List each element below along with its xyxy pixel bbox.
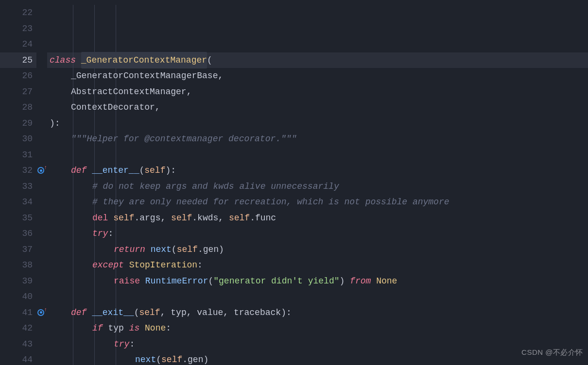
code-token: self (113, 210, 134, 226)
line-number[interactable]: 32 (0, 163, 36, 179)
line-number[interactable]: 44 (0, 352, 36, 365)
code-token: ( (208, 273, 213, 289)
line-number[interactable]: 27 (0, 84, 36, 100)
code-token: del (92, 210, 113, 226)
code-line[interactable]: _GeneratorContextManagerBase, (47, 68, 588, 84)
code-token: except (92, 257, 129, 273)
code-line[interactable] (47, 21, 588, 37)
code-token: : (286, 305, 292, 321)
watermark-text: CSDN @不必介怀 (521, 345, 583, 361)
code-token: ( (172, 242, 177, 258)
code-token: : (166, 320, 171, 336)
code-token: raise (114, 273, 145, 289)
code-line[interactable]: del self.args, self.kwds, self.func (47, 210, 588, 226)
code-token: . (134, 210, 139, 226)
line-number[interactable]: 40 (0, 289, 36, 305)
line-number[interactable]: 24 (0, 36, 36, 52)
code-line[interactable]: ): (47, 116, 588, 132)
code-line[interactable]: return next(self.gen) (47, 242, 588, 258)
code-token: AbstractContextManager (71, 84, 187, 100)
line-number[interactable]: 33 (0, 179, 36, 195)
code-token: : (197, 257, 203, 273)
code-token: ( (156, 352, 161, 365)
code-line[interactable]: class _GeneratorContextManager( (47, 52, 588, 68)
line-number[interactable]: 34 (0, 194, 36, 210)
line-number[interactable]: 30 (0, 131, 36, 147)
override-method-icon[interactable]: ↑ (37, 308, 46, 317)
code-area[interactable]: class _GeneratorContextManager(_Generato… (47, 0, 588, 365)
code-token: self (177, 242, 198, 258)
code-token: . (250, 210, 255, 226)
code-line[interactable] (47, 5, 588, 21)
code-token: gen (188, 352, 203, 365)
code-token: . (182, 352, 188, 365)
code-token: ( (139, 163, 144, 179)
code-line[interactable]: # do not keep args and kwds alive unnece… (47, 179, 588, 195)
line-number[interactable]: 35 (0, 210, 36, 226)
line-number[interactable]: 25 (0, 52, 36, 68)
line-number[interactable]: 26 (0, 68, 36, 84)
code-token: next (135, 352, 156, 365)
code-line[interactable]: except StopIteration: (47, 257, 588, 273)
code-token: , (218, 68, 223, 84)
code-line[interactable] (47, 147, 588, 163)
code-token: , (160, 210, 171, 226)
code-line[interactable]: if typ is None: (47, 320, 588, 336)
code-token: ContextDecorator (71, 100, 155, 116)
code-token: : (129, 336, 135, 352)
code-token: class (50, 52, 81, 68)
code-line[interactable] (47, 36, 588, 52)
code-line[interactable]: try: (47, 226, 588, 242)
code-line[interactable]: next(self.gen) (47, 352, 588, 365)
code-token: ( (207, 52, 212, 68)
code-token: try (92, 226, 108, 242)
code-line[interactable]: def __enter__(self): (47, 163, 588, 179)
line-number-gutter[interactable]: 2223242526272829303132333435363738394041… (0, 0, 36, 365)
override-method-icon[interactable]: ↑ (37, 166, 46, 175)
line-number[interactable]: 41 (0, 305, 36, 321)
line-number[interactable]: 39 (0, 273, 36, 289)
code-token: , (218, 210, 229, 226)
code-token: ) (281, 305, 286, 321)
code-token: func (255, 210, 276, 226)
line-number[interactable]: 31 (0, 147, 36, 163)
code-token: StopIteration (129, 257, 197, 273)
code-token: ) (165, 163, 171, 179)
code-token: , (187, 84, 192, 100)
code-token: , typ, value, traceback (160, 305, 281, 321)
code-token: RuntimeError (145, 273, 208, 289)
code-token: from (345, 273, 376, 289)
code-token: "generator didn't yield" (213, 273, 339, 289)
code-line[interactable]: def __exit__(self, typ, value, traceback… (47, 305, 588, 321)
code-token: # do not keep args and kwds alive unnece… (92, 179, 339, 195)
code-line[interactable]: # they are only needed for recreation, w… (47, 194, 588, 210)
code-token: next (151, 242, 172, 258)
line-number[interactable]: 36 (0, 226, 36, 242)
code-token: self (144, 163, 165, 179)
line-number[interactable]: 37 (0, 242, 36, 258)
line-number[interactable]: 23 (0, 21, 36, 37)
code-token: _GeneratorContextManager (81, 52, 207, 69)
code-token: , (155, 100, 160, 116)
code-line[interactable]: raise RuntimeError("generator didn't yie… (47, 273, 588, 289)
code-token: return (114, 242, 151, 258)
code-line[interactable]: AbstractContextManager, (47, 84, 588, 100)
code-token: """Helper for @contextmanager decorator.… (71, 131, 296, 147)
line-number[interactable]: 29 (0, 116, 36, 132)
gutter-icon-column: ↑↑ (36, 0, 47, 365)
code-line[interactable]: try: (47, 336, 588, 352)
code-token: self (161, 352, 182, 365)
code-token: ) (219, 242, 224, 258)
code-token: def (71, 163, 92, 179)
line-number[interactable]: 22 (0, 5, 36, 21)
line-number[interactable]: 43 (0, 336, 36, 352)
code-line[interactable]: ContextDecorator, (47, 100, 588, 116)
line-number[interactable]: 28 (0, 100, 36, 116)
code-token: : (55, 116, 60, 132)
code-line[interactable]: """Helper for @contextmanager decorator.… (47, 131, 588, 147)
code-token: # they are only needed for recreation, w… (92, 194, 450, 210)
line-number[interactable]: 42 (0, 320, 36, 336)
line-number[interactable]: 38 (0, 257, 36, 273)
code-editor[interactable]: 2223242526272829303132333435363738394041… (0, 0, 588, 365)
code-line[interactable] (47, 289, 588, 305)
